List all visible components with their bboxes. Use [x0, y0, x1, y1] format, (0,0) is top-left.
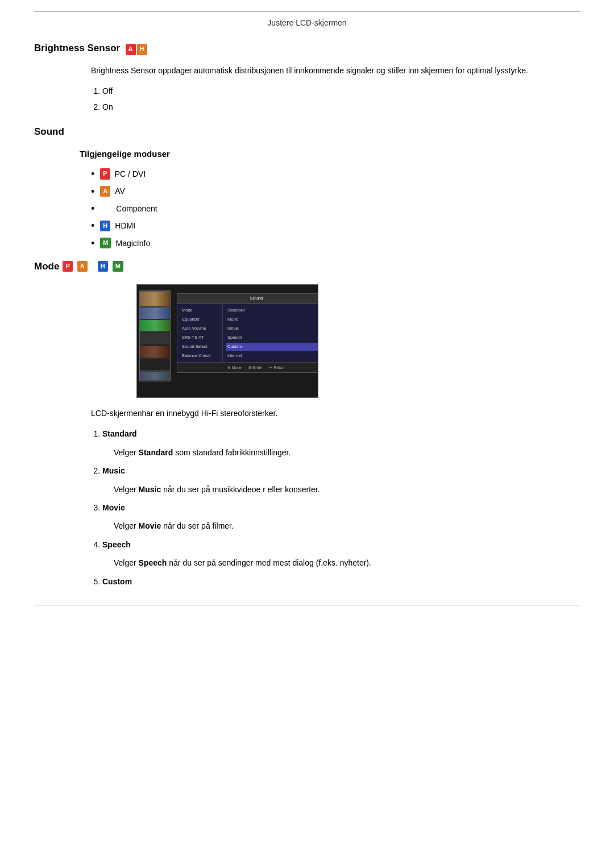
brightness-sensor-label: Brightness Sensor — [34, 43, 120, 53]
sound-heading: Sound — [34, 124, 580, 139]
osd-left-item: Mode — [181, 306, 219, 314]
list-item-pc-dvi: • P PC / DVI — [91, 168, 580, 180]
mode-badge-m: M — [113, 261, 123, 272]
osd-right-panel: Standard Music Movie Speech Custom Inter… — [223, 304, 318, 362]
movie-desc: Velger Movie når du ser på filmer. — [114, 520, 557, 532]
tv-image — [139, 290, 171, 381]
mode-list-3: Movie — [102, 501, 580, 514]
mode-list-4: Speech — [102, 538, 580, 551]
osd-left-item: Sound Select — [181, 343, 219, 351]
mode-label: PC / DVI — [115, 168, 146, 180]
inline-bold: Speech — [139, 558, 167, 567]
osd-footer-return: ↩ Return — [269, 364, 285, 371]
mode-badge-a: A — [77, 261, 88, 272]
mode-section: Mode P A H M — [34, 259, 580, 274]
list-item: On — [102, 101, 580, 113]
page-wrapper: Justere LCD-skjermen Brightness Sensor A… — [0, 0, 614, 628]
mode-badge-p: P — [63, 261, 72, 272]
mode-label: Component — [116, 202, 157, 215]
tv-img-row7 — [140, 372, 170, 380]
list-item-speech: Speech — [102, 538, 580, 551]
list-item-hdmi: • H HDMI — [91, 219, 580, 232]
list-item-label: Movie — [102, 503, 125, 512]
tv-img-row6 — [140, 359, 170, 370]
osd-right-item-selected: Custom — [226, 343, 318, 351]
list-item-movie: Movie — [102, 501, 580, 514]
osd-right-item: Internet — [226, 352, 318, 360]
mode-list: Standard — [102, 427, 580, 440]
mode-list-5: Custom — [102, 575, 580, 588]
list-item-label: Music — [102, 466, 125, 475]
badge-p: P — [100, 168, 110, 180]
mode-heading-line: Mode P A H M — [34, 259, 580, 274]
osd-left-panel: Mode Equalizer Auto Volume SRS TS XT Sou… — [177, 304, 223, 362]
mode-heading: Mode — [34, 259, 59, 274]
osd-footer: ⊕ Move ⊞ Enter ↩ Return — [177, 362, 318, 372]
bullet-dot: • — [91, 238, 94, 248]
osd-left-item: Equalizer — [181, 315, 219, 323]
badge-h: H — [100, 221, 110, 232]
osd-left-item: Balance Check — [181, 352, 219, 360]
mode-label: AV — [115, 185, 125, 197]
badge-m: M — [100, 238, 111, 249]
list-item-music: Music — [102, 464, 580, 477]
bullet-dot: • — [91, 186, 94, 197]
standard-desc: Velger Standard som standard fabrikkinns… — [114, 446, 557, 459]
inline-bold: Music — [139, 485, 161, 494]
top-rule — [34, 11, 580, 12]
available-modes-heading: Tilgjengelige moduser — [80, 147, 580, 161]
list-item-label: Standard — [102, 429, 137, 438]
list-item-label: Custom — [102, 577, 132, 586]
bottom-rule — [34, 605, 580, 605]
osd-right-item: Music — [226, 315, 318, 323]
osd-screenshot: Sound Mode Equalizer Auto Volume SRS TS … — [136, 284, 318, 398]
badge-a: A — [126, 44, 136, 55]
list-item-label: Speech — [102, 540, 131, 549]
page-title: Justere LCD-skjermen — [34, 16, 580, 29]
tv-img-row2 — [140, 308, 170, 319]
osd-right-item: Speech — [226, 334, 318, 342]
brightness-sensor-description: Brightness Sensor oppdager automatisk di… — [91, 64, 557, 77]
osd-left-item: Auto Volume — [181, 325, 219, 333]
bullet-dot: • — [91, 221, 94, 231]
tv-img-row5 — [140, 346, 170, 358]
osd-footer-enter: ⊞ Enter — [248, 364, 263, 371]
bullet-dot: • — [91, 169, 94, 179]
osd-right-item: Movie — [226, 325, 318, 333]
list-item-component: • Component — [91, 202, 580, 215]
available-modes-list: • P PC / DVI • A AV • Component • H HDMI… — [91, 168, 580, 250]
list-item: Off — [102, 85, 580, 97]
tv-img-row3 — [140, 320, 170, 331]
osd-right-item: Standard — [226, 306, 318, 314]
osd-left-item: SRS TS XT — [181, 334, 219, 342]
inline-bold: Movie — [139, 521, 161, 530]
list-item-custom: Custom — [102, 575, 580, 588]
list-item-standard: Standard — [102, 427, 580, 440]
osd-menu: Sound Mode Equalizer Auto Volume SRS TS … — [177, 293, 318, 373]
brightness-sensor-list: Off On — [102, 85, 580, 114]
tv-img-row1 — [140, 292, 170, 306]
mode-badge-h: H — [98, 261, 108, 272]
bullet-dot: • — [91, 203, 94, 214]
music-desc: Velger Music når du ser på musikkvideoe … — [114, 483, 557, 496]
badge-a: A — [100, 186, 110, 197]
speech-desc: Velger Speech når du ser på sendinger me… — [114, 556, 557, 569]
badge-h: H — [137, 44, 147, 55]
mode-list-2: Music — [102, 464, 580, 477]
osd-footer-move: ⊕ Move — [227, 364, 242, 371]
list-item-magicinfo: • M MagicInfo — [91, 237, 580, 250]
osd-title: Sound — [177, 294, 318, 304]
brightness-sensor-heading: Brightness Sensor AH — [34, 40, 580, 56]
mode-label: HDMI — [115, 219, 135, 232]
osd-body: Mode Equalizer Auto Volume SRS TS XT Sou… — [177, 304, 318, 362]
mode-label: MagicInfo — [115, 237, 150, 250]
lcd-description: LCD-skjermenhar en innebygd Hi-Fi stereo… — [91, 407, 557, 420]
inline-bold: Standard — [139, 448, 173, 457]
list-item-av: • A AV — [91, 185, 580, 197]
tv-img-row4 — [140, 333, 170, 344]
osd-menu-container: Sound Mode Equalizer Auto Volume SRS TS … — [177, 293, 313, 373]
